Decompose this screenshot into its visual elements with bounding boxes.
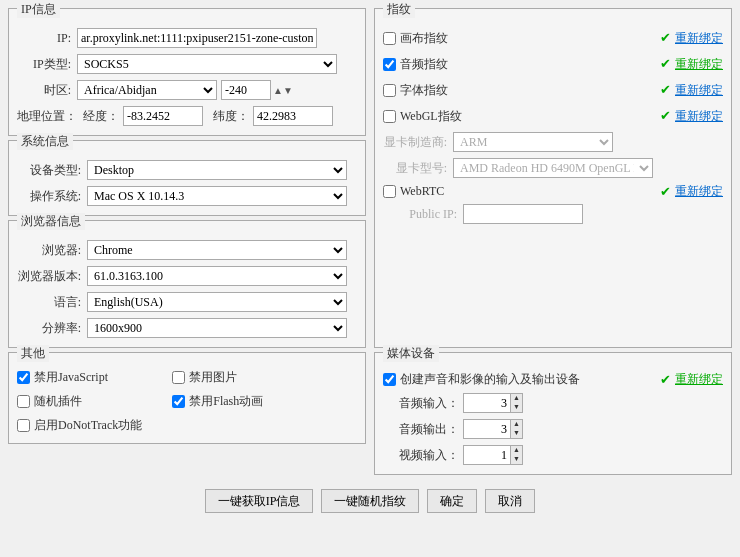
dnt-checkbox[interactable] bbox=[17, 419, 30, 432]
webrtc-checkbox[interactable] bbox=[383, 185, 396, 198]
audio-out-label: 音频输出： bbox=[383, 421, 463, 438]
media-section: 媒体设备 创建声音和影像的输入及输出设备 ✔ 重新绑定 音频输入： bbox=[374, 352, 732, 475]
font-rebind-link[interactable]: 重新绑定 bbox=[675, 82, 723, 99]
ip-type-select[interactable]: SOCKS5 bbox=[77, 54, 337, 74]
location-label: 地理位置： bbox=[17, 108, 83, 125]
dnt-row: 启用DoNotTrack功能 bbox=[17, 415, 142, 435]
left-column: IP信息 IP: IP类型: SOCKS5 时区: Africa/Abidjan bbox=[8, 8, 366, 348]
coord-row: 经度： 纬度： bbox=[83, 106, 333, 126]
video-in-spinner: ▲ ▼ bbox=[463, 445, 523, 465]
fingerprint-title: 指纹 bbox=[383, 1, 415, 18]
audio-out-input[interactable] bbox=[463, 419, 511, 439]
browser-info-section: 浏览器信息 浏览器: Chrome 浏览器版本: 61.0.3163.100 语… bbox=[8, 220, 366, 348]
random-plugin-row: 随机插件 bbox=[17, 391, 142, 411]
browser-version-select[interactable]: 61.0.3163.100 bbox=[87, 266, 347, 286]
canvas-fp-row: 画布指纹 ✔ 重新绑定 bbox=[383, 27, 723, 49]
browser-version-row: 浏览器版本: 61.0.3163.100 bbox=[17, 265, 357, 287]
os-label: 操作系统: bbox=[17, 188, 87, 205]
resolution-row: 分辨率: 1600x900 bbox=[17, 317, 357, 339]
webgl-check-icon: ✔ bbox=[660, 108, 671, 124]
canvas-rebind: ✔ 重新绑定 bbox=[660, 30, 723, 47]
audio-in-arrows: ▲ ▼ bbox=[511, 393, 523, 413]
webrtc-check-icon: ✔ bbox=[660, 184, 671, 200]
audio-fp-label: 音频指纹 bbox=[383, 56, 473, 73]
video-in-down[interactable]: ▼ bbox=[511, 455, 522, 464]
video-in-row: 视频输入： ▲ ▼ bbox=[383, 444, 723, 466]
audio-out-up[interactable]: ▲ bbox=[511, 420, 522, 429]
create-devices-checkbox[interactable] bbox=[383, 373, 396, 386]
resolution-label: 分辨率: bbox=[17, 320, 87, 337]
bottom-row: 其他 禁用JavaScript 随机插件 启用DoNot bbox=[8, 352, 732, 475]
ip-info-section: IP信息 IP: IP类型: SOCKS5 时区: Africa/Abidjan bbox=[8, 8, 366, 136]
gpu-model-label: 显卡型号: bbox=[383, 160, 453, 177]
os-select[interactable]: Mac OS X 10.14.3 bbox=[87, 186, 347, 206]
audio-in-down[interactable]: ▼ bbox=[511, 403, 522, 412]
audio-in-input[interactable] bbox=[463, 393, 511, 413]
timezone-select[interactable]: Africa/Abidjan bbox=[77, 80, 217, 100]
webgl-fp-checkbox[interactable] bbox=[383, 110, 396, 123]
canvas-fp-checkbox[interactable] bbox=[383, 32, 396, 45]
timezone-offset-input[interactable] bbox=[221, 80, 271, 100]
ip-label: IP: bbox=[17, 31, 77, 46]
browser-select[interactable]: Chrome bbox=[87, 240, 347, 260]
fetch-ip-button[interactable]: 一键获取IP信息 bbox=[205, 489, 314, 513]
latitude-input[interactable] bbox=[253, 106, 333, 126]
audio-out-row: 音频输出： ▲ ▼ bbox=[383, 418, 723, 440]
audio-out-arrows: ▲ ▼ bbox=[511, 419, 523, 439]
disable-image-row: 禁用图片 bbox=[172, 367, 263, 387]
canvas-rebind-link[interactable]: 重新绑定 bbox=[675, 30, 723, 47]
other-col-left: 禁用JavaScript 随机插件 启用DoNotTrack功能 bbox=[17, 367, 142, 435]
disable-js-checkbox[interactable] bbox=[17, 371, 30, 384]
webgl-rebind: ✔ 重新绑定 bbox=[660, 108, 723, 125]
confirm-button[interactable]: 确定 bbox=[427, 489, 477, 513]
audio-in-row: 音频输入： ▲ ▼ bbox=[383, 392, 723, 414]
ip-type-label: IP类型: bbox=[17, 56, 77, 73]
canvas-fp-label: 画布指纹 bbox=[383, 30, 473, 47]
font-fp-row: 字体指纹 ✔ 重新绑定 bbox=[383, 79, 723, 101]
audio-out-down[interactable]: ▼ bbox=[511, 429, 522, 438]
canvas-check-icon: ✔ bbox=[660, 30, 671, 46]
bottom-left: 其他 禁用JavaScript 随机插件 启用DoNot bbox=[8, 352, 366, 475]
main-container: IP信息 IP: IP类型: SOCKS5 时区: Africa/Abidjan bbox=[0, 0, 740, 525]
language-select[interactable]: English(USA) bbox=[87, 292, 347, 312]
device-type-select[interactable]: Desktop bbox=[87, 160, 347, 180]
browser-version-label: 浏览器版本: bbox=[17, 268, 87, 285]
random-fp-button[interactable]: 一键随机指纹 bbox=[321, 489, 419, 513]
gpu-manufacturer-select[interactable]: ARM bbox=[453, 132, 613, 152]
audio-in-up[interactable]: ▲ bbox=[511, 394, 522, 403]
longitude-label: 经度： bbox=[83, 108, 119, 125]
disable-flash-checkbox[interactable] bbox=[172, 395, 185, 408]
browser-row: 浏览器: Chrome bbox=[17, 239, 357, 261]
bottom-right: 媒体设备 创建声音和影像的输入及输出设备 ✔ 重新绑定 音频输入： bbox=[374, 352, 732, 475]
audio-in-spinner: ▲ ▼ bbox=[463, 393, 523, 413]
audio-out-spinner: ▲ ▼ bbox=[463, 419, 523, 439]
video-in-input[interactable] bbox=[463, 445, 511, 465]
font-fp-checkbox[interactable] bbox=[383, 84, 396, 97]
gpu-manufacturer-label: 显卡制造商: bbox=[383, 134, 453, 151]
media-rebind-link[interactable]: 重新绑定 bbox=[675, 371, 723, 388]
gpu-model-select[interactable]: AMD Radeon HD 6490M OpenGL E bbox=[453, 158, 653, 178]
webrtc-rebind-link[interactable]: 重新绑定 bbox=[675, 183, 723, 200]
fingerprint-section: 指纹 画布指纹 ✔ 重新绑定 音频指纹 bbox=[374, 8, 732, 348]
resolution-select[interactable]: 1600x900 bbox=[87, 318, 347, 338]
webgl-rebind-link[interactable]: 重新绑定 bbox=[675, 108, 723, 125]
cancel-button[interactable]: 取消 bbox=[485, 489, 535, 513]
browser-info-title: 浏览器信息 bbox=[17, 213, 85, 230]
audio-fp-row: 音频指纹 ✔ 重新绑定 bbox=[383, 53, 723, 75]
longitude-input[interactable] bbox=[123, 106, 203, 126]
audio-fp-checkbox[interactable] bbox=[383, 58, 396, 71]
ip-input[interactable] bbox=[77, 28, 317, 48]
audio-rebind-link[interactable]: 重新绑定 bbox=[675, 56, 723, 73]
ip-row: IP: bbox=[17, 27, 357, 49]
disable-image-checkbox[interactable] bbox=[172, 371, 185, 384]
video-in-label: 视频输入： bbox=[383, 447, 463, 464]
webgl-fp-label: WebGL指纹 bbox=[383, 108, 473, 125]
top-row: IP信息 IP: IP类型: SOCKS5 时区: Africa/Abidjan bbox=[8, 8, 732, 348]
public-ip-row: Public IP: bbox=[383, 204, 723, 224]
public-ip-input[interactable] bbox=[463, 204, 583, 224]
ip-info-title: IP信息 bbox=[17, 1, 60, 18]
video-in-up[interactable]: ▲ bbox=[511, 446, 522, 455]
random-plugin-checkbox[interactable] bbox=[17, 395, 30, 408]
language-row: 语言: English(USA) bbox=[17, 291, 357, 313]
other-title: 其他 bbox=[17, 345, 49, 362]
